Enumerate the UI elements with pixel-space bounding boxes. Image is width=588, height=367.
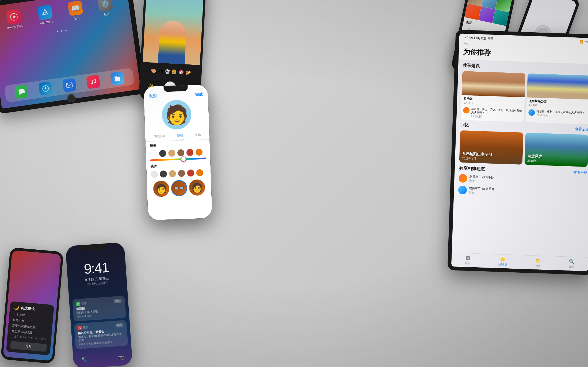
shared-item-1[interactable]: 您共享了 24 张照片 海滩: [459, 174, 587, 187]
shared-suggestions-section: 共享建议 乔治敦 5月20日 与家庭、安怡、荣德、浩扬、凯瑞还有其他人共享吗？ …: [456, 59, 588, 127]
shared-item-2[interactable]: 您共享了 68 张照片 朋友。: [458, 186, 587, 199]
tab-albums[interactable]: 📁 相薄: [535, 258, 541, 268]
dnd-timer-btn[interactable]: 定时: [10, 341, 47, 352]
tab-albums-icon: 📁: [535, 258, 541, 264]
memory-nature-text: 自然风光 2018年: [527, 154, 543, 163]
tab-photos-icon: 🖼: [465, 255, 470, 261]
frame-color-red[interactable]: [186, 149, 194, 156]
memoji-notch: [163, 85, 188, 92]
lens-color-clear[interactable]: [151, 171, 158, 178]
svg-marker-1: [13, 15, 16, 18]
dot-3: [65, 29, 67, 31]
ar-icon: 🎯: [178, 70, 184, 75]
photos-screen: 上午9:41 9月12日 周三 📶 100% 回忆 为你推荐 共享建议: [451, 33, 588, 271]
calendar-badge: 现在: [115, 323, 124, 327]
flashlight-icon[interactable]: 🔦: [81, 357, 87, 363]
memory-nature[interactable]: 自然风光 2018年: [524, 133, 588, 167]
memory-paris-text: 从巴黎到巴塞罗那 2018年4月: [462, 152, 492, 161]
messages-app-name: 信息: [81, 301, 87, 305]
moon-icon: 🌙: [13, 305, 19, 310]
frame-color-gold[interactable]: [168, 149, 175, 157]
ipad-icon-settings[interactable]: ⚙️ 设置: [97, 0, 114, 17]
color-wheel-icon: 🎨: [151, 68, 156, 74]
photo-card-george[interactable]: 乔治敦 5月20日 与家庭、安怡、荣德、浩扬、凯瑞还有其他人共享吗？ 25 张照…: [461, 71, 525, 122]
photos-status-time: 上午9:41 9月12日 周三: [464, 36, 494, 41]
lock-screen: 9:41 9月12日 星期三 戊戌年八月初三 💬 信息 现在 黄颖颜 我们明天早…: [65, 242, 133, 367]
notifications-list: 💬 信息 现在 黄颖颜 我们明天早上见吧！ 还有 4 条信息 📅 日历 现在: [72, 296, 128, 351]
shared-suggestions-title: 共享建议: [463, 63, 588, 73]
shared-avatar-2: [458, 186, 467, 195]
memoji-variant-1[interactable]: 🧑: [153, 180, 170, 197]
dnd-options: 1 小时 直至今晚 直至我离开此位置 直至此日程结束 上午 11:00 - 下午…: [11, 311, 49, 342]
emoji-icon: 🍔: [171, 69, 177, 75]
memory-nature-title: 自然风光: [527, 154, 543, 159]
memory-paris[interactable]: 从巴黎到巴塞罗那 2018年4月: [459, 130, 524, 165]
dock-files[interactable]: [110, 71, 124, 86]
thumb-4: [464, 3, 481, 20]
dnd-panel: 🌙 勿扰模式 1 小时 直至今晚 直至我离开此位置 直至此日程结束 上午 11:…: [6, 301, 54, 356]
lens-color-red[interactable]: [187, 169, 194, 177]
calendar-app-icon: 📅: [77, 326, 82, 330]
tab-photos[interactable]: 🖼 照片: [465, 255, 470, 265]
ipad-icon-itunes[interactable]: iTunes Store: [5, 9, 24, 30]
lens-color-orange[interactable]: [196, 169, 203, 176]
notif-calendar-app: 📅 日历: [77, 325, 89, 330]
messages-badge: 现在: [114, 299, 122, 303]
dock-mail[interactable]: [62, 78, 77, 92]
frame-color-brown[interactable]: [177, 149, 185, 156]
memories-see-all[interactable]: 查看全部: [575, 126, 588, 132]
tab-beard[interactable]: 胡须头须: [152, 132, 167, 141]
text-icon: Aa: [158, 69, 163, 74]
dock-messages[interactable]: [14, 85, 29, 99]
tab-search[interactable]: 🔍 搜索: [568, 259, 575, 269]
lens-color-gold[interactable]: [169, 170, 176, 177]
memoji-variant-2[interactable]: 👓: [171, 180, 188, 196]
appstore-icon: [37, 5, 53, 20]
tab-search-icon: 🔍: [569, 259, 575, 265]
tab-search-label: 搜索: [569, 265, 574, 269]
appstore-label: App Store: [40, 20, 53, 25]
lock-bottom-icons: 🔦 📷: [73, 354, 132, 364]
photo-george-img: [461, 71, 525, 97]
dock-music[interactable]: [86, 75, 101, 89]
photo-card-kelly[interactable]: 克里斯场公园 4月16日 与迎辉、棋棋、嘉宝还有其他人共享吗？ 74 位照片: [526, 73, 588, 124]
memories-grid: 从巴黎到巴塞罗那 2018年4月 自然风光 2018年: [459, 130, 588, 167]
books-icon: 📖: [67, 0, 83, 16]
itunes-label: iTunes Store: [7, 24, 24, 29]
notif-calendar[interactable]: 📅 日历 现在 橘名公司生日野餐会 邀请人：居安怡 2018年9月16日 下午2…: [74, 320, 128, 349]
lens-color-dark[interactable]: [160, 170, 167, 177]
wifi-icon: 📶: [579, 40, 583, 44]
itunes-icon: [6, 9, 22, 25]
memories-section: 回忆 查看全部 从巴黎到巴塞罗那 2018年4月 自然风光 2018年: [455, 122, 588, 170]
photos-grid: 乔治敦 5月20日 与家庭、安怡、荣德、浩扬、凯瑞还有其他人共享吗？ 25 张照…: [461, 71, 588, 125]
memories-title: 回忆: [460, 122, 469, 128]
memory-nature-year: 2018年: [527, 159, 542, 163]
dock-safari[interactable]: [38, 81, 53, 96]
frame-color-orange[interactable]: [196, 149, 203, 156]
memoji-emoji: 🧑: [165, 103, 189, 126]
back-label[interactable]: 回忆: [463, 42, 469, 46]
shared-see-all[interactable]: 查看全部: [573, 170, 587, 175]
tab-foryou-icon: ⭐: [500, 256, 506, 262]
ipad-icon-books[interactable]: 📖 图书: [67, 0, 84, 21]
tab-foryou[interactable]: ⭐ 为你推荐: [498, 256, 507, 266]
memoji-variant-3[interactable]: 🧑: [189, 179, 205, 196]
camera-viewfinder: [143, 0, 204, 65]
frame-color-white[interactable]: [150, 150, 157, 157]
iphone-dnd: 🌙 勿扰模式 1 小时 直至今晚 直至我离开此位置 直至此日程结束 上午 11:…: [1, 247, 64, 364]
memoji-avatar-container: 🧑: [161, 99, 192, 130]
memoji-cancel-btn[interactable]: 取消: [149, 94, 157, 99]
frame-color-dark[interactable]: [159, 150, 166, 157]
camera-icon[interactable]: 📷: [118, 354, 124, 360]
messages-app-icon: 💬: [76, 302, 80, 306]
ipad-icon-appstore[interactable]: App Store: [37, 5, 54, 26]
notif-messages[interactable]: 💬 信息 现在 黄颖颜 我们明天早上见吧！ 还有 4 条信息: [72, 296, 126, 321]
tab-headwear[interactable]: 头饰: [194, 131, 202, 140]
tab-glasses[interactable]: 眼镜: [176, 131, 184, 140]
sticker-icon: 👻: [165, 69, 170, 74]
memoji-done-btn[interactable]: 完成: [195, 92, 203, 97]
thumb-6: [492, 9, 509, 26]
kelly-user-row: 与迎辉、棋棋、嘉宝还有其他人共享吗？ 74 位照片: [526, 109, 588, 121]
dnd-1hour-label: 1 小时: [16, 312, 25, 317]
lens-color-brown[interactable]: [178, 170, 185, 177]
